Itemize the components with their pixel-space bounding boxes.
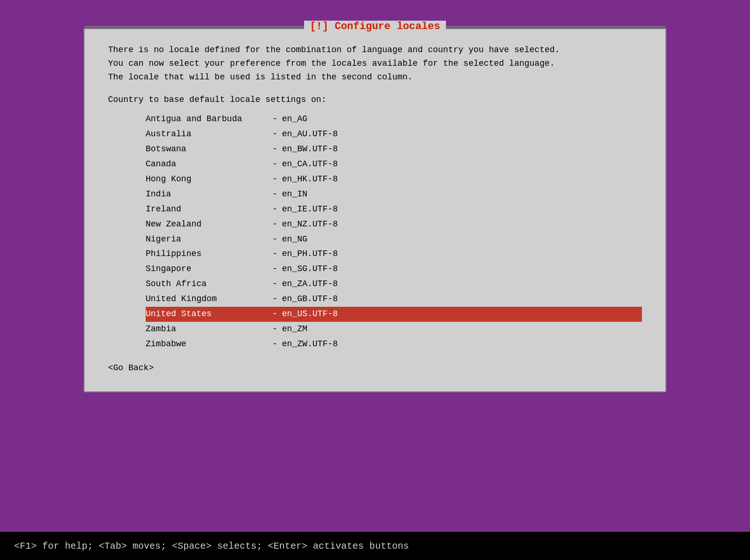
locale-item[interactable]: Ireland-en_IE.UTF-8: [146, 202, 642, 217]
locale-code: en_ZM: [282, 323, 307, 336]
locale-country: Ireland: [146, 203, 268, 216]
locale-item[interactable]: United Kingdom-en_GB.UTF-8: [146, 292, 642, 307]
locale-dash: -: [268, 173, 282, 186]
locale-code: en_NG: [282, 233, 307, 246]
locale-country: United Kingdom: [146, 293, 268, 306]
locale-item[interactable]: Antigua and Barbuda-en_AG: [146, 112, 642, 127]
locale-dash: -: [268, 128, 282, 141]
outer-container: [!] Configure locales There is no locale…: [0, 0, 750, 560]
locale-dash: -: [268, 293, 282, 306]
title-bar-line-right: [446, 26, 665, 27]
locale-item[interactable]: India-en_IN: [146, 187, 642, 202]
desc-line1: There is no locale defined for the combi…: [108, 45, 560, 54]
locale-country: Hong Kong: [146, 173, 268, 186]
locale-item[interactable]: Botswana-en_BW.UTF-8: [146, 142, 642, 157]
locale-country: India: [146, 188, 268, 201]
description-text: There is no locale defined for the combi…: [108, 43, 642, 84]
dialog-content: There is no locale defined for the combi…: [85, 29, 665, 391]
locale-dash: -: [268, 248, 282, 261]
locale-dash: -: [268, 113, 282, 126]
go-back-button[interactable]: <Go Back>: [108, 363, 154, 373]
locale-code: en_US.UTF-8: [282, 308, 338, 321]
locale-item[interactable]: Nigeria-en_NG: [146, 232, 642, 247]
locale-label: Country to base default locale settings …: [108, 95, 642, 104]
go-back-area: <Go Back>: [108, 363, 642, 373]
locale-dash: -: [268, 203, 282, 216]
locale-dash: -: [268, 308, 282, 321]
locale-country: Nigeria: [146, 233, 268, 246]
locale-item[interactable]: Singapore-en_SG.UTF-8: [146, 262, 642, 277]
dialog-title: [!] Configure locales: [304, 21, 445, 32]
title-bar: [!] Configure locales: [85, 21, 665, 32]
locale-code: en_PH.UTF-8: [282, 248, 338, 261]
locale-item[interactable]: South Africa-en_ZA.UTF-8: [146, 277, 642, 292]
locale-country: Antigua and Barbuda: [146, 113, 268, 126]
locale-dash: -: [268, 188, 282, 201]
locale-dash: -: [268, 338, 282, 351]
locale-code: en_HK.UTF-8: [282, 173, 338, 186]
locale-item[interactable]: New Zealand-en_NZ.UTF-8: [146, 217, 642, 232]
locale-country: Australia: [146, 128, 268, 141]
locale-code: en_BW.UTF-8: [282, 143, 338, 156]
locale-code: en_CA.UTF-8: [282, 158, 338, 171]
locale-code: en_NZ.UTF-8: [282, 218, 338, 231]
locale-item[interactable]: Philippines-en_PH.UTF-8: [146, 247, 642, 262]
locale-country: Philippines: [146, 248, 268, 261]
locale-item[interactable]: United States-en_US.UTF-8: [146, 307, 642, 322]
locale-code: en_IE.UTF-8: [282, 203, 338, 216]
dialog-box: [!] Configure locales There is no locale…: [84, 28, 666, 392]
locale-dash: -: [268, 158, 282, 171]
locale-code: en_SG.UTF-8: [282, 263, 338, 276]
locale-item[interactable]: Hong Kong-en_HK.UTF-8: [146, 172, 642, 187]
locale-code: en_AG: [282, 113, 307, 126]
desc-line3: The locale that will be used is listed i…: [108, 72, 413, 82]
locale-country: Botswana: [146, 143, 268, 156]
locale-code: en_ZW.UTF-8: [282, 338, 338, 351]
locale-country: Singapore: [146, 263, 268, 276]
locale-country: New Zealand: [146, 218, 268, 231]
locale-dash: -: [268, 143, 282, 156]
locale-country: South Africa: [146, 278, 268, 291]
locale-item[interactable]: Zambia-en_ZM: [146, 322, 642, 337]
locale-item[interactable]: Zimbabwe-en_ZW.UTF-8: [146, 337, 642, 352]
desc-line2: You can now select your preference from …: [108, 59, 555, 68]
locale-dash: -: [268, 263, 282, 276]
status-bar-text: <F1> for help; <Tab> moves; <Space> sele…: [14, 541, 409, 552]
locale-dash: -: [268, 233, 282, 246]
locale-item[interactable]: Australia-en_AU.UTF-8: [146, 127, 642, 142]
locale-country: Zimbabwe: [146, 338, 268, 351]
locale-code: en_ZA.UTF-8: [282, 278, 338, 291]
status-bar: <F1> for help; <Tab> moves; <Space> sele…: [0, 532, 750, 560]
locale-code: en_AU.UTF-8: [282, 128, 338, 141]
locale-dash: -: [268, 323, 282, 336]
locale-country: Canada: [146, 158, 268, 171]
title-bar-line-left: [85, 26, 304, 27]
locale-country: Zambia: [146, 323, 268, 336]
locale-list: Antigua and Barbuda-en_AGAustralia-en_AU…: [146, 112, 642, 351]
locale-dash: -: [268, 278, 282, 291]
locale-code: en_GB.UTF-8: [282, 293, 338, 306]
locale-dash: -: [268, 218, 282, 231]
locale-country: United States: [146, 308, 268, 321]
locale-code: en_IN: [282, 188, 307, 201]
locale-item[interactable]: Canada-en_CA.UTF-8: [146, 157, 642, 172]
